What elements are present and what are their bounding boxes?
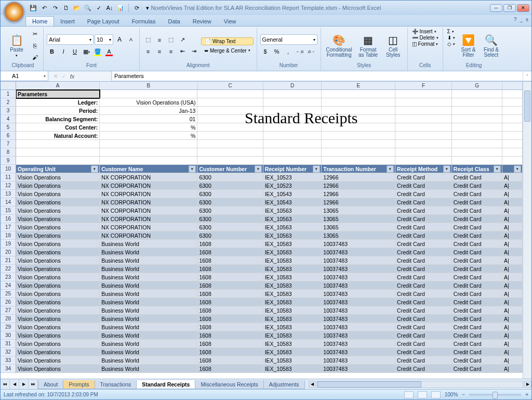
cell[interactable]: [16, 140, 100, 148]
table-cell[interactable]: IEX_10563: [263, 215, 322, 223]
table-cell[interactable]: 6300: [197, 198, 263, 207]
table-cell[interactable]: IEX_10583: [263, 323, 322, 331]
table-cell[interactable]: A|: [502, 290, 523, 298]
cell[interactable]: [452, 107, 502, 115]
table-cell[interactable]: Credit Card: [395, 173, 452, 182]
table-cell[interactable]: Credit Card: [452, 240, 502, 248]
table-cell[interactable]: Credit Card: [452, 290, 502, 298]
table-cell[interactable]: Business World: [100, 248, 197, 256]
table-cell[interactable]: IEX_10583: [263, 298, 322, 306]
table-cell[interactable]: Vision Operations: [16, 190, 100, 198]
table-cell[interactable]: Credit Card: [452, 182, 502, 190]
cell[interactable]: [452, 123, 502, 132]
fill-color-button[interactable]: 🪣: [92, 46, 103, 57]
table-cell[interactable]: Vision Operations: [16, 265, 100, 273]
table-cell[interactable]: Business World: [100, 256, 197, 265]
hscroll-left[interactable]: ◀: [309, 381, 316, 388]
row-header[interactable]: 32: [1, 348, 16, 356]
table-cell[interactable]: Credit Card: [452, 248, 502, 256]
table-cell[interactable]: Credit Card: [395, 240, 452, 248]
table-cell[interactable]: 6300: [197, 190, 263, 198]
table-cell[interactable]: 10037483: [322, 348, 395, 356]
font-name-combo[interactable]: Arial ▾: [47, 34, 94, 45]
grow-font-button[interactable]: A: [114, 34, 125, 45]
help-icon[interactable]: ?: [514, 17, 517, 22]
zoom-in-button[interactable]: +: [525, 392, 528, 397]
table-cell[interactable]: 10037483: [322, 356, 395, 365]
cell[interactable]: [263, 90, 322, 98]
align-left-button[interactable]: ≡: [143, 46, 153, 57]
table-cell[interactable]: IEX_10523: [263, 173, 322, 182]
cell[interactable]: [263, 98, 322, 107]
sheet-tab-standard-receipts[interactable]: Standard Receipts: [136, 380, 195, 389]
cell[interactable]: Natural Account:: [16, 132, 100, 140]
table-cell[interactable]: Vision Operations: [16, 215, 100, 223]
table-cell[interactable]: IEX_10583: [263, 290, 322, 298]
cell[interactable]: [452, 115, 502, 123]
row-header[interactable]: 1: [1, 90, 16, 98]
table-cell[interactable]: Business World: [100, 315, 197, 323]
table-cell[interactable]: Credit Card: [395, 265, 452, 273]
sheet-tab-transactions[interactable]: Transactions: [95, 380, 137, 389]
format-painter-button[interactable]: 🖌: [30, 52, 40, 62]
row-header[interactable]: 19: [1, 240, 16, 248]
table-cell[interactable]: Credit Card: [452, 306, 502, 315]
table-cell[interactable]: 10037483: [322, 265, 395, 273]
table-cell[interactable]: A|: [502, 315, 523, 323]
cell[interactable]: [502, 123, 523, 132]
table-cell[interactable]: Vision Operations: [16, 198, 100, 207]
row-header[interactable]: 17: [1, 223, 16, 231]
row-header[interactable]: 22: [1, 265, 16, 273]
table-cell[interactable]: Credit Card: [452, 173, 502, 182]
table-cell[interactable]: Credit Card: [395, 198, 452, 207]
table-cell[interactable]: Credit Card: [395, 281, 452, 290]
row-header[interactable]: 7: [1, 140, 16, 148]
table-cell[interactable]: 12966: [322, 173, 395, 182]
table-cell[interactable]: Vision Operations: [16, 182, 100, 190]
table-cell[interactable]: 10037483: [322, 298, 395, 306]
table-cell[interactable]: 10037483: [322, 340, 395, 348]
table-header-cell[interactable]: [502, 165, 523, 173]
table-cell[interactable]: IEX_10583: [263, 281, 322, 290]
table-cell[interactable]: 10037483: [322, 315, 395, 323]
table-cell[interactable]: 13065: [322, 215, 395, 223]
cell[interactable]: Vision Operations (USA): [100, 98, 197, 107]
table-cell[interactable]: A|: [502, 231, 523, 240]
table-cell[interactable]: Business World: [100, 306, 197, 315]
table-cell[interactable]: Business World: [100, 356, 197, 365]
table-cell[interactable]: 1608: [197, 348, 263, 356]
table-cell[interactable]: 1608: [197, 256, 263, 265]
row-header[interactable]: 10: [1, 165, 16, 173]
table-cell[interactable]: Business World: [100, 298, 197, 306]
table-cell[interactable]: 1608: [197, 290, 263, 298]
tab-view[interactable]: View: [218, 17, 243, 26]
qat-refresh[interactable]: ⟳: [132, 3, 141, 12]
sheet-nav-button[interactable]: ⏮: [1, 379, 10, 389]
cell[interactable]: [395, 123, 452, 132]
cell[interactable]: [263, 123, 322, 132]
page-layout-view-button[interactable]: [418, 391, 427, 398]
tab-formulas[interactable]: Formulas: [126, 17, 162, 26]
clear-button[interactable]: ◇▾: [446, 41, 456, 47]
page-break-view-button[interactable]: [431, 391, 441, 398]
row-header[interactable]: 5: [1, 123, 16, 132]
cell[interactable]: Balancing Segment:: [16, 115, 100, 123]
format-cells-button[interactable]: ◫Format▾: [411, 41, 440, 47]
table-cell[interactable]: 1608: [197, 273, 263, 281]
table-cell[interactable]: Business World: [100, 340, 197, 348]
table-cell[interactable]: A|: [502, 215, 523, 223]
row-header[interactable]: 34: [1, 365, 16, 373]
table-cell[interactable]: A|: [502, 256, 523, 265]
tab-review[interactable]: Review: [187, 17, 218, 26]
row-header[interactable]: 6: [1, 132, 16, 140]
table-cell[interactable]: Credit Card: [395, 340, 452, 348]
column-header[interactable]: D: [263, 82, 322, 89]
align-right-button[interactable]: ≡: [166, 46, 176, 57]
restore-button[interactable]: ❐: [503, 4, 516, 12]
table-cell[interactable]: IEX_10563: [263, 207, 322, 215]
orientation-button[interactable]: ↗: [177, 35, 188, 45]
ribbon-minimize-icon[interactable]: _: [520, 17, 523, 22]
table-cell[interactable]: A|: [502, 182, 523, 190]
table-cell[interactable]: A|: [502, 198, 523, 207]
table-cell[interactable]: 1608: [197, 356, 263, 365]
